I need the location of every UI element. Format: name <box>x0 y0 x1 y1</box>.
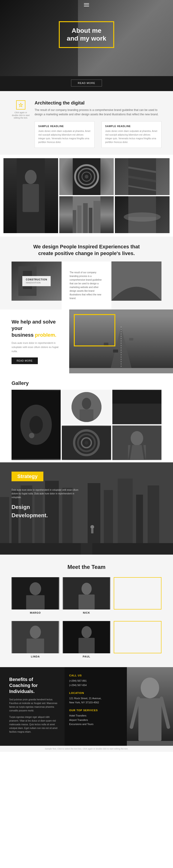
svg-rect-87 <box>138 698 162 741</box>
business-desc: Duis aute irure dolor in reprehenderit i… <box>11 341 62 353</box>
strategy-title-box: Strategy <box>11 472 44 481</box>
services-title: OUR TOP SERVICES <box>69 709 122 712</box>
call-num-2: (+294) 567-654 <box>69 684 87 686</box>
arch-click-text: Click again or double click to start edi… <box>11 112 30 120</box>
team-photo-paul <box>63 621 111 653</box>
svg-rect-32 <box>129 338 133 340</box>
svg-point-50 <box>131 431 143 445</box>
services-text: Hotel Transfers Airport Transfers Excurs… <box>69 713 122 726</box>
team-title: Meet the Team <box>11 564 162 570</box>
arch-col-1-title: SAMPLE HEADLINE <box>38 125 91 127</box>
business-title-line1: We help and solve your <box>11 319 56 331</box>
svg-point-76 <box>81 583 92 595</box>
team-placeholder-box-1 <box>114 577 162 610</box>
strategy-box-container: Strategy <box>11 472 162 486</box>
team-name-margo: MARGO <box>11 611 59 614</box>
overlay-title: CONSTRUCTION <box>26 278 47 281</box>
business-photo <box>69 309 173 374</box>
team-photo-linda <box>11 621 59 653</box>
gallery-photo-right-top <box>112 390 162 424</box>
hero-title-box: About me and my work <box>59 21 114 48</box>
woman-silhouette <box>3 158 58 233</box>
svg-point-2 <box>25 170 37 184</box>
photo-landscape <box>115 196 170 233</box>
svg-rect-18 <box>93 201 100 233</box>
photo-spiral <box>59 158 114 195</box>
call-us-title: CALL US <box>69 674 122 677</box>
svg-point-86 <box>141 678 159 698</box>
team-name-linda: LINDA <box>11 655 59 658</box>
svg-rect-43 <box>112 404 162 424</box>
svg-rect-83 <box>79 638 94 653</box>
arch-columns: SAMPLE HEADLINE Justo donec enim diam vu… <box>35 121 162 148</box>
svg-rect-17 <box>89 208 92 233</box>
svg-rect-77 <box>79 594 94 610</box>
overlay-sub: INNOVATION <box>26 282 47 284</box>
photo-grid-section <box>0 155 173 237</box>
landscape-graphic <box>115 196 170 233</box>
construction-overlay: CONSTRUCTION INNOVATION <box>22 276 51 286</box>
contact-desc-2: Turpis egestas integer eger aliquot nibh… <box>9 715 58 734</box>
hamburger-menu[interactable] <box>84 2 89 7</box>
team-member-nick: NICK <box>63 577 111 614</box>
business-read-more-button[interactable]: READ MORE <box>11 358 38 364</box>
arch-title: Architecting the digital <box>35 100 162 105</box>
people-right-text: The result of our company branding proce… <box>66 266 107 305</box>
footer-note: Sample Text. Click to select the text bo… <box>0 746 173 752</box>
people-photo-right <box>111 261 162 301</box>
hero-container: About me and my work <box>0 0 173 76</box>
svg-point-36 <box>30 416 43 434</box>
svg-point-40 <box>82 398 91 409</box>
svg-rect-41 <box>80 409 93 422</box>
svg-point-73 <box>30 582 41 595</box>
gallery-grid <box>11 390 162 460</box>
team-member-placeholder-2 <box>114 621 162 658</box>
arch-content: Architecting the digital The result of o… <box>35 100 162 148</box>
strategy-item-design: Design <box>11 504 162 510</box>
team-section: Meet the Team MARGO NICK <box>0 555 173 667</box>
gallery-photo-woman <box>112 426 162 460</box>
team-member-paul: PAUL <box>63 621 111 658</box>
hero-read-more-button[interactable]: READ MORE <box>71 80 102 87</box>
svg-point-82 <box>81 626 92 638</box>
contact-photo <box>127 667 173 746</box>
arch-col-2-text: Justo donec enim diam vulputate at phare… <box>105 129 158 144</box>
team-name-nick: NICK <box>63 611 111 614</box>
gallery-photo-ear <box>11 390 61 460</box>
people-section: We design People Inspired Experiences th… <box>0 237 173 309</box>
strategy-content: Strategy Duis aute irure dolor in repreh… <box>0 462 173 530</box>
contact-title: Benefits of Coaching for Individuals. <box>9 676 58 694</box>
ear-photo <box>11 390 61 460</box>
strategy-text: Duis aute irure dolor in reprehenderit i… <box>11 488 81 499</box>
contact-section: Benefits of Coaching for Individuals. Se… <box>0 667 173 746</box>
strategy-item-development: Development. <box>11 512 162 519</box>
svg-rect-3 <box>23 184 39 212</box>
people-grid: CONSTRUCTION INNOVATION The result of ou… <box>11 261 162 309</box>
dark-photo-right <box>112 390 162 424</box>
contact-desc-1: Sed pulvinar proin gravida hendrerit lec… <box>9 698 58 713</box>
arch-col-1-text: Justo donec enim diam vulputate at phare… <box>38 129 91 144</box>
svg-point-8 <box>85 175 88 179</box>
spiral-graphic <box>59 158 114 195</box>
people-photo-left: CONSTRUCTION INNOVATION <box>11 261 62 301</box>
people-text-cell: The result of our company branding proce… <box>62 261 112 309</box>
hero-button-container: READ MORE <box>0 76 173 91</box>
team-placeholder-box-2 <box>114 621 162 653</box>
arch-desc: The result of our company branding proce… <box>35 108 162 117</box>
business-right-frame <box>74 314 115 346</box>
gallery-circle-container <box>62 390 111 424</box>
svg-rect-69 <box>81 543 92 555</box>
team-photo-nick <box>63 577 111 610</box>
arch-left-column: Click again or double click to start edi… <box>11 100 30 120</box>
team-name-paul: PAUL <box>63 655 111 658</box>
photo-texture <box>115 158 170 195</box>
spiral-photo <box>62 426 111 460</box>
hero-section: About me and my work READ MORE <box>0 0 173 91</box>
svg-rect-74 <box>26 595 45 610</box>
team-member-placeholder-1 <box>114 577 162 614</box>
business-highlight: problem. <box>35 332 57 338</box>
paul-photo <box>63 621 111 653</box>
nick-photo <box>63 577 111 610</box>
contact-left-panel: Benefits of Coaching for Individuals. Se… <box>0 667 65 746</box>
hero-title: About me and my work <box>67 27 106 42</box>
